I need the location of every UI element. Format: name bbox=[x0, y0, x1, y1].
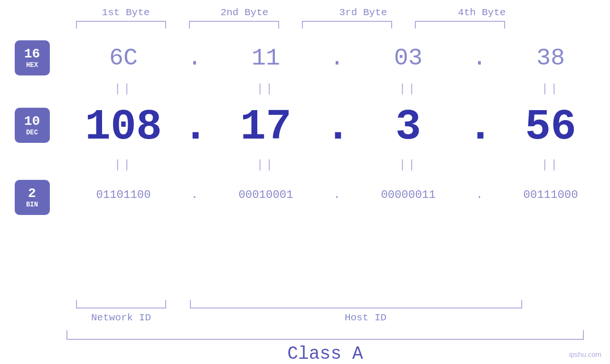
host-bracket bbox=[190, 300, 522, 308]
hex-dot-1: . bbox=[183, 45, 206, 72]
network-id-label: Network ID bbox=[66, 312, 176, 323]
hex-val-3: 03 bbox=[349, 45, 468, 72]
top-bracket-1 bbox=[76, 21, 166, 28]
eq-2: || bbox=[206, 83, 325, 95]
hex-val-2: 11 bbox=[206, 45, 325, 72]
bin-val-1: 01101100 bbox=[64, 188, 183, 201]
bin-val-4: 00111000 bbox=[491, 188, 610, 201]
hex-badge: 16 HEX bbox=[15, 40, 50, 75]
bottom-section: Network ID Host ID Class A bbox=[0, 300, 610, 364]
bottom-brackets bbox=[66, 300, 610, 308]
eq2-2: || bbox=[206, 159, 325, 171]
rows-area: 16 HEX 10 DEC 2 BIN 6C . 11 . 03 . 38 bbox=[0, 38, 610, 300]
main-layout: 1st Byte 2nd Byte 3rd Byte 4th Byte 16 H… bbox=[0, 0, 610, 364]
bin-val-2: 00010001 bbox=[206, 188, 325, 201]
col-header-2: 2nd Byte bbox=[185, 7, 304, 18]
top-bracket-4 bbox=[415, 21, 505, 28]
dec-val-3: 3 bbox=[349, 103, 468, 151]
bin-dot-2: . bbox=[325, 188, 349, 201]
column-headers: 1st Byte 2nd Byte 3rd Byte 4th Byte bbox=[0, 7, 610, 18]
col-header-3: 3rd Byte bbox=[304, 7, 422, 18]
class-label: Class A bbox=[66, 344, 584, 364]
equals-row-1: || || || || bbox=[64, 78, 610, 100]
hex-dot-3: . bbox=[468, 45, 491, 72]
eq2-4: || bbox=[491, 159, 610, 171]
watermark: ipshu.com bbox=[569, 350, 601, 358]
dec-val-4: 56 bbox=[491, 103, 610, 151]
dec-badge-label: DEC bbox=[26, 129, 38, 136]
bottom-labels: Network ID Host ID bbox=[66, 312, 610, 323]
badges-column: 16 HEX 10 DEC 2 BIN bbox=[0, 38, 64, 300]
hex-badge-label: HEX bbox=[26, 61, 38, 69]
hex-row: 6C . 11 . 03 . 38 bbox=[64, 38, 610, 78]
bin-dot-3: . bbox=[468, 188, 491, 201]
bin-row: 01101100 . 00010001 . 00000011 . 0011100… bbox=[64, 176, 610, 214]
dec-badge-number: 10 bbox=[24, 114, 40, 129]
top-brackets bbox=[0, 21, 610, 28]
hex-val-1: 6C bbox=[64, 45, 183, 72]
eq-1: || bbox=[64, 83, 183, 95]
col-header-1: 1st Byte bbox=[66, 7, 185, 18]
dec-row: 108 . 17 . 3 . 56 bbox=[64, 100, 610, 154]
dec-badge: 10 DEC bbox=[15, 108, 50, 143]
eq2-1: || bbox=[64, 159, 183, 171]
bin-val-3: 00000011 bbox=[349, 188, 468, 201]
values-grid: 6C . 11 . 03 . 38 || || || || 108 bbox=[64, 38, 610, 300]
bin-badge-label: BIN bbox=[26, 201, 38, 208]
col-header-4: 4th Byte bbox=[422, 7, 541, 18]
equals-row-2: || || || || bbox=[64, 154, 610, 176]
eq-3: || bbox=[349, 83, 468, 95]
hex-val-4: 38 bbox=[491, 45, 610, 72]
dec-dot-3: . bbox=[468, 103, 491, 151]
hex-badge-number: 16 bbox=[24, 47, 40, 62]
bin-dot-1: . bbox=[183, 188, 206, 201]
network-bracket bbox=[76, 300, 166, 308]
eq2-3: || bbox=[349, 159, 468, 171]
eq-4: || bbox=[491, 83, 610, 95]
dec-val-1: 108 bbox=[64, 103, 183, 151]
bin-badge: 2 BIN bbox=[15, 180, 50, 215]
host-id-label: Host ID bbox=[199, 312, 532, 323]
dec-dot-2: . bbox=[325, 103, 349, 151]
dec-dot-1: . bbox=[183, 103, 206, 151]
bin-badge-number: 2 bbox=[28, 187, 36, 201]
top-bracket-3 bbox=[302, 21, 392, 28]
hex-dot-2: . bbox=[325, 45, 349, 72]
top-bracket-2 bbox=[189, 21, 279, 28]
class-bracket bbox=[66, 330, 584, 340]
dec-val-2: 17 bbox=[206, 103, 325, 151]
